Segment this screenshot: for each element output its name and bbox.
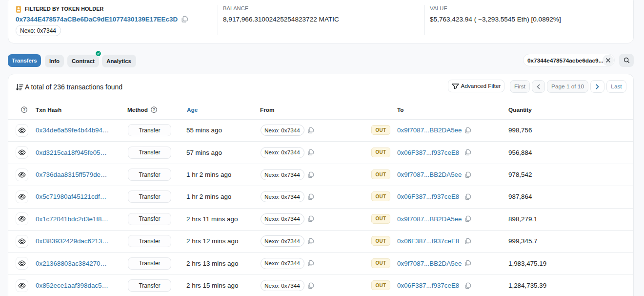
svg-text:?: ? (23, 107, 25, 112)
svg-text:?: ? (153, 107, 155, 112)
